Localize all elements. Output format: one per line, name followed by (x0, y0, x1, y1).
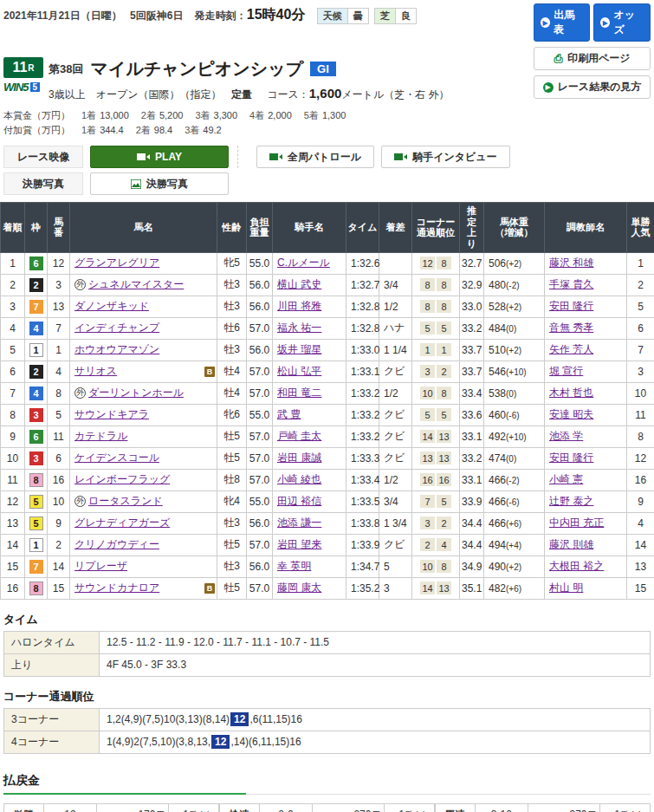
blinker-badge: B (204, 367, 215, 377)
race-edition: 第38回 (49, 62, 83, 77)
corner-position-box: 8 (437, 387, 451, 400)
race-header: 11R WIN55 第38回 マイルチャンピオンシップ GI 3歳以上 オープン… (0, 55, 520, 102)
corner-position-box: 10 (420, 560, 435, 573)
trainer-name-link[interactable]: 音無 秀孝 (549, 322, 593, 334)
jockey-name-link[interactable]: 戸崎 圭太 (277, 430, 321, 442)
jockey-name-link[interactable]: 坂井 瑠星 (277, 343, 321, 355)
horse-name-link[interactable]: サウンドカナロア (74, 581, 159, 594)
horse-name-link[interactable]: レインボーフラッグ (74, 473, 170, 485)
horse-name-link[interactable]: ロータスランド (88, 495, 163, 507)
jockey-name-link[interactable]: 武 豊 (277, 408, 301, 420)
foreign-bred-mark: 外 (74, 496, 86, 507)
arrow-circle-icon: ▶ (541, 17, 550, 28)
jockey-name-link[interactable]: 横山 武史 (277, 278, 321, 290)
entries-button[interactable]: ▶出馬表 (534, 3, 590, 42)
prize-pair: 2着5,200 (141, 109, 184, 122)
last-3f: 33.6 (460, 404, 484, 425)
trainer-name-link[interactable]: 堀 宣行 (549, 365, 583, 377)
patrol-video-button[interactable]: 全周パトロール (256, 146, 374, 168)
jockey-interview-button[interactable]: 騎手インタビュー (381, 146, 509, 168)
trainer-name-link[interactable]: 池添 学 (549, 430, 583, 442)
horse-name-link[interactable]: サウンドキアラ (74, 408, 149, 420)
horse-name-cell: 外シュネルマイスター (70, 274, 217, 296)
jockey-name-link[interactable]: 小崎 綾也 (277, 473, 321, 485)
frame-number-badge: 1 (29, 343, 43, 357)
trainer-cell: 矢作 芳人 (545, 339, 627, 361)
horse-name-link[interactable]: シュネルマイスター (88, 278, 184, 290)
horse-weight: 494(+4) (484, 534, 545, 555)
horse-weight: 474(0) (484, 447, 545, 469)
trainer-name-link[interactable]: 安田 隆行 (549, 300, 593, 312)
frame-number-badge: 6 (29, 430, 43, 444)
play-button[interactable]: PLAY (90, 146, 229, 168)
jockey-name-link[interactable]: 岩田 康誠 (277, 451, 321, 464)
prize-amount: 2,000 (268, 110, 292, 120)
horse-name-link[interactable]: ダーリントンホール (88, 387, 184, 399)
trainer-name-link[interactable]: 辻野 泰之 (549, 495, 593, 507)
trainer-name-link[interactable]: 藤沢 則雄 (549, 538, 593, 550)
trainer-name-link[interactable]: 中内田 充正 (549, 516, 604, 529)
odds-button[interactable]: ▶オッズ (593, 3, 651, 42)
horse-weight: 492(+10) (484, 425, 545, 447)
printer-icon: ⎙ (554, 53, 563, 64)
horse-name-link[interactable]: グランアレグリア (74, 257, 159, 269)
horse-weight-value: 480 (489, 279, 506, 291)
jockey-name-link[interactable]: 池添 謙一 (277, 516, 321, 529)
payout-combination: 12 (43, 803, 97, 812)
trainer-name-link[interactable]: 藤沢 和雄 (549, 257, 593, 269)
trainer-name-link[interactable]: 大根田 裕之 (549, 560, 604, 572)
horse-weight-value: 484 (489, 322, 506, 335)
horse-weight-change: (0) (506, 454, 516, 464)
frame-cell: 3 (25, 404, 48, 425)
horse-name-link[interactable]: インディチャンプ (74, 322, 159, 334)
results-guide-button[interactable]: ▶レース結果の見方 (534, 75, 651, 99)
trainer-name-link[interactable]: 手塚 貴久 (549, 278, 593, 290)
trainer-name-link[interactable]: 小崎 憲 (549, 473, 583, 485)
jockey-name-link[interactable]: 松山 弘平 (277, 365, 321, 377)
sex-age: 牡5 (217, 534, 247, 555)
horse-weight: 466(-6) (484, 490, 545, 512)
trainer-name-link[interactable]: 村山 明 (549, 581, 583, 594)
horse-weight: 538(0) (484, 382, 545, 404)
horse-name-link[interactable]: グレナディアガーズ (74, 516, 170, 529)
payout-amount: 170円 (97, 803, 169, 812)
jockey-name-link[interactable]: 川田 将雅 (277, 300, 321, 312)
horse-name-cell: ダノンザキッド (70, 296, 217, 317)
carried-weight: 57.0 (247, 534, 273, 555)
trainer-name-link[interactable]: 木村 哲也 (549, 387, 593, 399)
jockey-name-link[interactable]: 田辺 裕信 (277, 495, 321, 507)
finish-photo-button[interactable]: 決勝写真 (90, 172, 229, 195)
corner-position-box: 16 (420, 473, 435, 486)
jockey-name-link[interactable]: 藤岡 康太 (277, 581, 321, 594)
horse-name-link[interactable]: ホウオウアマゾン (74, 343, 159, 355)
jockey-name-link[interactable]: 岩田 望来 (277, 538, 321, 550)
horse-name-link[interactable]: クリノガウディー (74, 538, 159, 550)
trainer-name-link[interactable]: 矢作 芳人 (549, 343, 593, 355)
jockey-name-link[interactable]: C.ルメール (277, 257, 330, 269)
horse-name-link[interactable]: ケイデンスコール (74, 451, 159, 464)
time-row: 上り4F 45.0 - 3F 33.3 (4, 653, 651, 676)
sex-age: 牝4 (217, 490, 247, 512)
jockey-name-link[interactable]: 幸 英明 (277, 560, 311, 572)
horse-name-link[interactable]: カテドラル (74, 430, 127, 442)
frame-number-badge: 8 (29, 581, 43, 595)
horse-name-link[interactable]: リプレーザ (74, 560, 127, 572)
payout-popularity: 1番人気 (600, 803, 651, 812)
horse-name-link[interactable]: ダノンザキッド (74, 300, 149, 312)
corner-position-box: 13 (437, 581, 451, 594)
frame-number-badge: 1 (29, 538, 43, 552)
horse-name-link[interactable]: サリオス (74, 365, 117, 377)
payout-subtable: 枠連2-6270円1番人気ワイド3-12190円1番人気12-13630円6番人… (219, 803, 435, 812)
payout-combination: 2-6 (259, 803, 313, 812)
trainer-name-link[interactable]: 安田 隆行 (549, 451, 593, 464)
prize-place: 4着 (249, 110, 264, 120)
margin: クビ (379, 534, 412, 555)
sex-age: 牡3 (217, 274, 247, 296)
finish-time: 1:33.2 (346, 404, 379, 425)
print-page-button[interactable]: ⎙印刷用ページ (534, 47, 651, 70)
jockey-name-link[interactable]: 福永 祐一 (277, 322, 321, 334)
jockey-name-link[interactable]: 和田 竜二 (277, 387, 321, 399)
frame-cell: 6 (25, 425, 48, 447)
horse-weight-value: 538 (489, 387, 506, 400)
trainer-name-link[interactable]: 安達 昭夫 (549, 408, 593, 420)
